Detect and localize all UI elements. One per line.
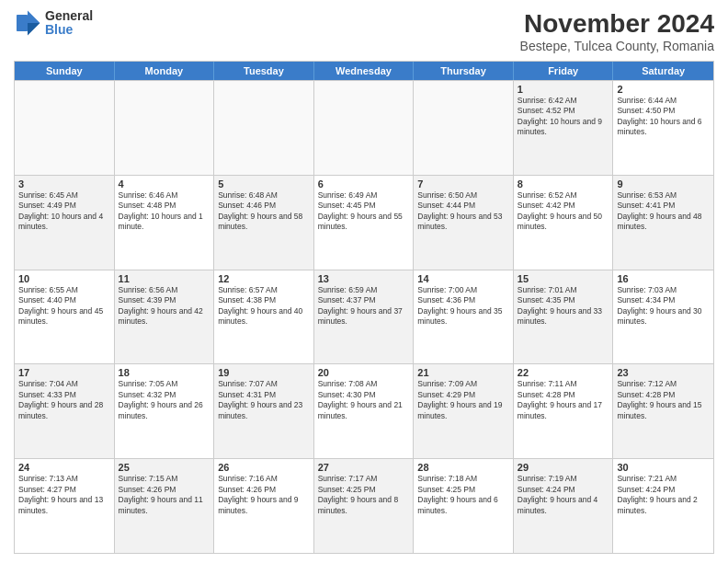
calendar-cell: 8Sunrise: 6:52 AM Sunset: 4:42 PM Daylig… (514, 176, 614, 270)
day-number: 26 (218, 462, 310, 473)
day-number: 16 (617, 273, 710, 284)
header-cell-sunday: Sunday (15, 62, 115, 80)
calendar-cell: 4Sunrise: 6:46 AM Sunset: 4:48 PM Daylig… (115, 176, 215, 270)
day-number: 30 (617, 462, 710, 473)
calendar-cell (214, 81, 314, 175)
calendar-cell: 15Sunrise: 7:01 AM Sunset: 4:35 PM Dayli… (514, 270, 614, 364)
calendar-cell: 16Sunrise: 7:03 AM Sunset: 4:34 PM Dayli… (613, 270, 713, 364)
day-number: 7 (417, 178, 509, 190)
day-number: 4 (119, 178, 210, 190)
calendar-page: General Blue November 2024 Bestepe, Tulc… (0, 0, 728, 563)
day-number: 1 (518, 84, 609, 95)
calendar-cell: 3Sunrise: 6:45 AM Sunset: 4:49 PM Daylig… (15, 176, 115, 270)
day-info: Sunrise: 7:07 AM Sunset: 4:31 PM Dayligh… (218, 379, 310, 421)
calendar-cell: 10Sunrise: 6:55 AM Sunset: 4:40 PM Dayli… (15, 270, 115, 364)
header-cell-saturday: Saturday (613, 62, 713, 80)
day-info: Sunrise: 6:55 AM Sunset: 4:40 PM Dayligh… (18, 285, 110, 327)
calendar-cell: 21Sunrise: 7:09 AM Sunset: 4:29 PM Dayli… (414, 364, 514, 458)
svg-marker-0 (28, 11, 40, 24)
calendar-cell: 29Sunrise: 7:19 AM Sunset: 4:24 PM Dayli… (514, 459, 614, 553)
day-info: Sunrise: 6:49 AM Sunset: 4:45 PM Dayligh… (318, 190, 410, 233)
day-info: Sunrise: 6:44 AM Sunset: 4:50 PM Dayligh… (617, 96, 710, 138)
header-cell-friday: Friday (514, 62, 614, 80)
calendar-cell: 5Sunrise: 6:48 AM Sunset: 4:46 PM Daylig… (214, 176, 314, 270)
day-number: 21 (417, 367, 509, 378)
day-info: Sunrise: 6:48 AM Sunset: 4:46 PM Dayligh… (218, 190, 310, 233)
day-info: Sunrise: 7:16 AM Sunset: 4:26 PM Dayligh… (218, 474, 310, 516)
day-info: Sunrise: 7:21 AM Sunset: 4:24 PM Dayligh… (617, 474, 710, 516)
calendar-cell: 6Sunrise: 6:49 AM Sunset: 4:45 PM Daylig… (314, 176, 415, 270)
calendar-cell (15, 81, 115, 175)
calendar-cell: 28Sunrise: 7:18 AM Sunset: 4:25 PM Dayli… (414, 459, 514, 553)
calendar-row-3: 17Sunrise: 7:04 AM Sunset: 4:33 PM Dayli… (15, 363, 713, 458)
day-info: Sunrise: 7:03 AM Sunset: 4:34 PM Dayligh… (617, 285, 710, 327)
calendar-cell (115, 81, 215, 175)
day-info: Sunrise: 7:08 AM Sunset: 4:30 PM Dayligh… (318, 379, 410, 421)
day-number: 15 (518, 273, 609, 284)
calendar-cell: 30Sunrise: 7:21 AM Sunset: 4:24 PM Dayli… (613, 459, 713, 553)
calendar-cell: 26Sunrise: 7:16 AM Sunset: 4:26 PM Dayli… (214, 459, 314, 553)
calendar-cell: 23Sunrise: 7:12 AM Sunset: 4:28 PM Dayli… (613, 364, 713, 458)
logo-icon (14, 9, 41, 37)
svg-marker-1 (28, 23, 40, 36)
day-number: 19 (218, 367, 310, 378)
day-number: 3 (18, 178, 110, 190)
calendar-cell: 7Sunrise: 6:50 AM Sunset: 4:44 PM Daylig… (414, 176, 514, 270)
calendar-cell: 11Sunrise: 6:56 AM Sunset: 4:39 PM Dayli… (115, 270, 215, 364)
day-number: 8 (518, 178, 609, 190)
calendar-cell: 20Sunrise: 7:08 AM Sunset: 4:30 PM Dayli… (314, 364, 415, 458)
day-number: 22 (518, 367, 609, 378)
day-info: Sunrise: 6:50 AM Sunset: 4:44 PM Dayligh… (417, 190, 509, 233)
day-info: Sunrise: 7:00 AM Sunset: 4:36 PM Dayligh… (417, 285, 509, 327)
calendar-cell: 9Sunrise: 6:53 AM Sunset: 4:41 PM Daylig… (613, 176, 713, 270)
day-info: Sunrise: 7:12 AM Sunset: 4:28 PM Dayligh… (617, 379, 710, 421)
header: General Blue November 2024 Bestepe, Tulc… (14, 9, 714, 53)
calendar-cell: 22Sunrise: 7:11 AM Sunset: 4:28 PM Dayli… (514, 364, 614, 458)
day-info: Sunrise: 7:04 AM Sunset: 4:33 PM Dayligh… (18, 379, 110, 421)
calendar-row-2: 10Sunrise: 6:55 AM Sunset: 4:40 PM Dayli… (15, 270, 713, 364)
header-cell-wednesday: Wednesday (314, 62, 415, 80)
calendar-cell: 27Sunrise: 7:17 AM Sunset: 4:25 PM Dayli… (314, 459, 415, 553)
calendar-cell: 19Sunrise: 7:07 AM Sunset: 4:31 PM Dayli… (214, 364, 314, 458)
day-number: 11 (119, 273, 210, 284)
day-number: 18 (119, 367, 210, 378)
calendar-cell (414, 81, 514, 175)
day-number: 28 (417, 462, 509, 473)
day-info: Sunrise: 6:52 AM Sunset: 4:42 PM Dayligh… (518, 190, 609, 233)
day-number: 20 (318, 367, 410, 378)
day-info: Sunrise: 6:57 AM Sunset: 4:38 PM Dayligh… (218, 285, 310, 327)
day-number: 12 (218, 273, 310, 284)
calendar-cell: 18Sunrise: 7:05 AM Sunset: 4:32 PM Dayli… (115, 364, 215, 458)
day-number: 27 (318, 462, 410, 473)
calendar-cell: 25Sunrise: 7:15 AM Sunset: 4:26 PM Dayli… (115, 459, 215, 553)
calendar-header: SundayMondayTuesdayWednesdayThursdayFrid… (15, 62, 713, 80)
day-info: Sunrise: 7:13 AM Sunset: 4:27 PM Dayligh… (18, 474, 110, 516)
day-info: Sunrise: 7:11 AM Sunset: 4:28 PM Dayligh… (518, 379, 609, 421)
day-number: 2 (617, 84, 710, 95)
calendar-cell: 14Sunrise: 7:00 AM Sunset: 4:36 PM Dayli… (414, 270, 514, 364)
month-title: November 2024 (520, 9, 714, 39)
calendar-cell: 13Sunrise: 6:59 AM Sunset: 4:37 PM Dayli… (314, 270, 415, 364)
calendar-cell (314, 81, 415, 175)
header-cell-tuesday: Tuesday (214, 62, 314, 80)
svg-rect-2 (17, 15, 28, 31)
day-info: Sunrise: 6:42 AM Sunset: 4:52 PM Dayligh… (518, 96, 609, 138)
logo-general: General (45, 9, 93, 23)
location-title: Bestepe, Tulcea County, Romania (520, 39, 714, 53)
day-info: Sunrise: 6:56 AM Sunset: 4:39 PM Dayligh… (119, 285, 210, 327)
day-info: Sunrise: 6:46 AM Sunset: 4:48 PM Dayligh… (119, 190, 210, 233)
day-info: Sunrise: 7:01 AM Sunset: 4:35 PM Dayligh… (518, 285, 609, 327)
calendar-cell: 12Sunrise: 6:57 AM Sunset: 4:38 PM Dayli… (214, 270, 314, 364)
day-number: 6 (318, 178, 410, 190)
logo-blue: Blue (45, 23, 93, 37)
calendar-body: 1Sunrise: 6:42 AM Sunset: 4:52 PM Daylig… (15, 80, 713, 553)
calendar-row-1: 3Sunrise: 6:45 AM Sunset: 4:49 PM Daylig… (15, 175, 713, 270)
day-info: Sunrise: 7:05 AM Sunset: 4:32 PM Dayligh… (119, 379, 210, 421)
day-number: 29 (518, 462, 609, 473)
day-info: Sunrise: 6:53 AM Sunset: 4:41 PM Dayligh… (617, 190, 710, 233)
calendar-row-0: 1Sunrise: 6:42 AM Sunset: 4:52 PM Daylig… (15, 80, 713, 175)
day-info: Sunrise: 7:17 AM Sunset: 4:25 PM Dayligh… (318, 474, 410, 516)
day-number: 25 (119, 462, 210, 473)
day-info: Sunrise: 6:59 AM Sunset: 4:37 PM Dayligh… (318, 285, 410, 327)
day-info: Sunrise: 7:19 AM Sunset: 4:24 PM Dayligh… (518, 474, 609, 516)
